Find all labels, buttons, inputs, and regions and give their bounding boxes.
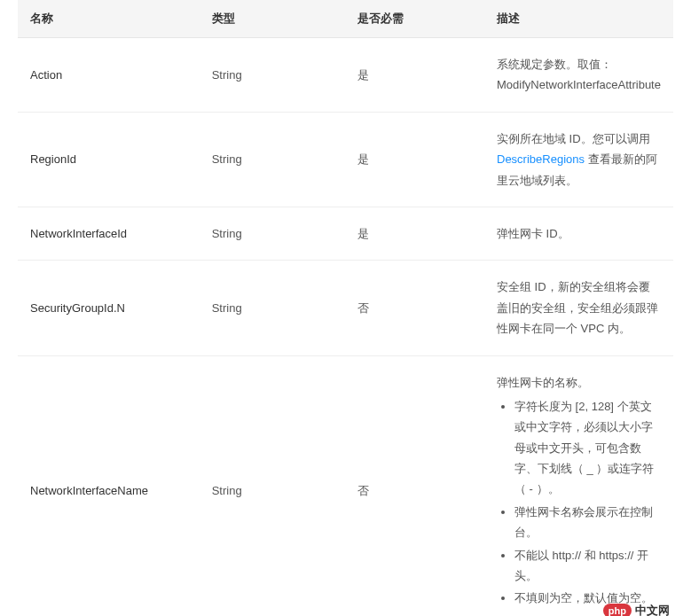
- table-row: NetworkInterfaceId String 是 弹性网卡 ID。: [18, 207, 673, 260]
- header-required: 是否必需: [345, 0, 484, 38]
- cell-required: 是: [345, 112, 484, 207]
- desc-pre: 实例所在地域 ID。您可以调用: [497, 132, 650, 145]
- cell-name: NetworkInterfaceId: [18, 207, 200, 260]
- cell-description: 弹性网卡的名称。 字符长度为 [2, 128] 个英文或中文字符，必须以大小字母…: [484, 355, 673, 616]
- cell-description: 实例所在地域 ID。您可以调用 DescribeRegions 查看最新的阿里云…: [484, 112, 673, 207]
- table-row: NetworkInterfaceName String 否 弹性网卡的名称。 字…: [18, 355, 673, 616]
- watermark: php 中文网: [603, 603, 670, 616]
- cell-type: String: [200, 355, 346, 616]
- header-description: 描述: [484, 0, 673, 38]
- cell-description: 系统规定参数。取值：ModifyNetworkInterfaceAttribut…: [484, 38, 673, 113]
- cell-name: RegionId: [18, 112, 200, 207]
- table-row: Action String 是 系统规定参数。取值：ModifyNetworkI…: [18, 38, 673, 113]
- cell-type: String: [200, 112, 346, 207]
- cell-type: String: [200, 38, 346, 113]
- table-row: SecurityGroupId.N String 否 安全组 ID，新的安全组将…: [18, 261, 673, 355]
- api-params-table: 名称 类型 是否必需 描述 Action String 是 系统规定参数。取值：…: [18, 0, 673, 616]
- cell-type: String: [200, 207, 346, 260]
- watermark-text: 中文网: [635, 603, 670, 616]
- description-block: 弹性网卡的名称。 字符长度为 [2, 128] 个英文或中文字符，必须以大小字母…: [497, 372, 661, 609]
- list-item: 弹性网卡名称会展示在控制台。: [514, 502, 661, 543]
- describe-regions-link[interactable]: DescribeRegions: [497, 152, 585, 166]
- cell-required: 是: [345, 38, 484, 113]
- watermark-badge: php: [603, 604, 632, 616]
- description-bullet-list: 字符长度为 [2, 128] 个英文或中文字符，必须以大小字母或中文开头，可包含…: [497, 396, 661, 609]
- list-item: 字符长度为 [2, 128] 个英文或中文字符，必须以大小字母或中文开头，可包含…: [514, 396, 661, 500]
- table-header-row: 名称 类型 是否必需 描述: [18, 0, 673, 38]
- description-text: 系统规定参数。取值：ModifyNetworkInterfaceAttribut…: [497, 54, 661, 96]
- cell-name: SecurityGroupId.N: [18, 261, 200, 355]
- cell-type: String: [200, 261, 346, 355]
- description-text: 弹性网卡 ID。: [497, 223, 661, 244]
- description-text: 实例所在地域 ID。您可以调用 DescribeRegions 查看最新的阿里云…: [497, 129, 661, 191]
- table-row: RegionId String 是 实例所在地域 ID。您可以调用 Descri…: [18, 112, 673, 207]
- cell-required: 是: [345, 207, 484, 260]
- desc-intro: 弹性网卡的名称。: [497, 376, 589, 389]
- description-text: 安全组 ID，新的安全组将会覆盖旧的安全组，安全组必须跟弹性网卡在同一个 VPC…: [497, 277, 661, 339]
- header-type: 类型: [200, 0, 346, 38]
- cell-name: Action: [18, 38, 200, 113]
- cell-required: 否: [345, 261, 484, 355]
- cell-name: NetworkInterfaceName: [18, 355, 200, 616]
- header-name: 名称: [18, 0, 200, 38]
- list-item: 不能以 http:// 和 https:// 开头。: [514, 545, 661, 587]
- cell-description: 安全组 ID，新的安全组将会覆盖旧的安全组，安全组必须跟弹性网卡在同一个 VPC…: [484, 261, 673, 355]
- cell-description: 弹性网卡 ID。: [484, 207, 673, 260]
- cell-required: 否: [345, 355, 484, 616]
